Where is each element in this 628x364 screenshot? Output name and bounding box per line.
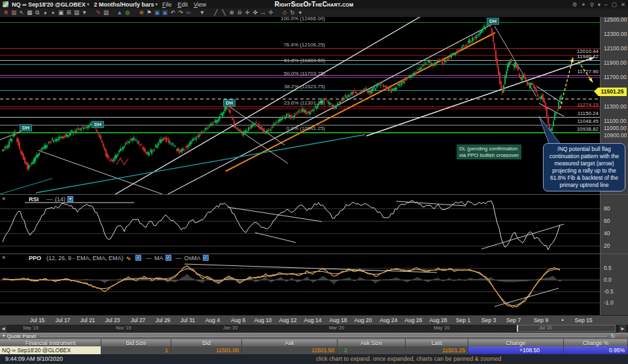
minimize-icon[interactable]: – [604, 1, 608, 8]
draw-pencil-icon[interactable]: ✎ [94, 8, 102, 17]
quote-cell-bid-size[interactable]: 1 [101, 346, 171, 354]
dh-tag[interactable]: DH [92, 121, 104, 128]
note-icon[interactable]: ▣ [153, 8, 161, 17]
quote-cell-ask-size[interactable]: 2 [338, 346, 406, 354]
measure-icon[interactable]: ✢ [267, 8, 275, 17]
panel-divider[interactable] [0, 194, 628, 195]
menubar: FileEditView [162, 1, 212, 8]
mountain-icon[interactable]: ▲ [116, 8, 124, 17]
shapes-icon[interactable]: ◇ [281, 8, 288, 17]
quote-cell-bid[interactable]: 11501.00 [171, 346, 242, 354]
dh-tag[interactable]: DH [223, 99, 236, 107]
fib-level-label: 61.8% (11883.50) [284, 58, 325, 63]
price-level-label: 11048.45 [577, 118, 599, 124]
globe-icon[interactable]: ◍ [124, 8, 131, 17]
date-label: Aug 6 [231, 317, 245, 323]
symbol-selector[interactable]: NQ ∞ Sep18'20 @GLOBEX [12, 1, 86, 8]
flag-tool-icon[interactable]: ⚑ [145, 8, 153, 17]
dl-note-line: DL (pending confirmation [459, 146, 519, 152]
timeframe-selector[interactable]: 2 Months/Hourly bars [94, 1, 154, 8]
crosshair2-icon[interactable]: ✜ [251, 8, 259, 17]
quote-cell-change-[interactable]: 0.95% [564, 346, 628, 354]
sphere-icon[interactable]: ● [49, 8, 57, 17]
restore-icon[interactable]: ▢ [612, 1, 617, 8]
scrollbar-thumb[interactable] [517, 325, 616, 332]
duplicate-icon[interactable]: ⧉ [33, 8, 41, 17]
redo-icon[interactable]: ↷ [177, 8, 184, 17]
bull-flag-callout[interactable]: /NQ potential bull flagcontinuation patt… [543, 143, 625, 191]
trendline-tool-icon[interactable]: ╱ [212, 8, 220, 17]
close-icon[interactable]: ✕ [621, 1, 625, 8]
rsi-params: (14) [55, 196, 65, 203]
quote-col-header[interactable]: Bid Size [101, 339, 171, 346]
grid-layout-icon[interactable]: ▦ [26, 8, 33, 17]
rsi-close-button[interactable]: × [2, 195, 5, 202]
price-level-label: 11727.90 [577, 69, 599, 74]
quote-cell-financial-instrument[interactable]: NQ ∞ Sep18'20 @GLOBEX [0, 346, 101, 354]
more-caret-icon[interactable]: ▾ [296, 8, 304, 17]
panels-icon[interactable]: ▤ [73, 8, 80, 17]
time-axis[interactable]: Jul 15Jul 17Jul 21Jul 23Jul 27Jul 29Jul … [0, 315, 628, 325]
volume-bars-icon[interactable]: ▥ [102, 8, 110, 17]
rsi-line-sample: — [46, 196, 52, 203]
quote-cell-ask[interactable]: 11501.50 [242, 346, 338, 354]
menu-view[interactable]: View [194, 1, 206, 8]
quote-col-header[interactable]: Change % [564, 339, 628, 346]
style-dropdown-icon[interactable]: ▼ [80, 8, 88, 17]
ppo-close-button[interactable]: × [2, 254, 5, 261]
pin-icon[interactable]: ⚲ [590, 1, 594, 8]
image-icon[interactable]: ▣ [57, 8, 65, 17]
quote-close-icon[interactable]: ✕ [620, 333, 625, 339]
quote-col-header[interactable]: Ask Size [338, 339, 406, 346]
dl-annotation[interactable]: DL (pending confirmationvia PPO bullish … [457, 144, 521, 159]
ppo-checkbox[interactable]: ✓ [135, 255, 141, 261]
back-icon[interactable]: ⇦ [184, 8, 192, 17]
crosshair-icon[interactable]: ✛ [243, 8, 251, 17]
dh-tag[interactable]: DH [487, 18, 499, 25]
clock-timestamp: 9:44:09 AM 9/10/2020 [5, 356, 63, 362]
link-icon[interactable]: ⚭ [581, 1, 585, 8]
dh-tag[interactable]: DH [20, 124, 32, 131]
date-label: Jul 31 [181, 317, 196, 323]
quote-col-header[interactable]: Ask [242, 339, 338, 346]
refresh-tool-icon[interactable]: ↻ [288, 8, 296, 17]
pin-caret-icon[interactable]: ▾ [598, 1, 601, 8]
quote-refresh-icon[interactable]: ↻ [611, 333, 616, 339]
clear-icon[interactable]: ✖ [2, 8, 10, 17]
timeframe-caret-icon[interactable]: ▾ [155, 2, 158, 7]
pan-icon[interactable]: ↔ [259, 8, 267, 17]
pie-icon[interactable]: ◕ [41, 8, 49, 17]
quote-cell-change[interactable]: +108.50 [468, 346, 564, 354]
quote-collapse-icon[interactable]: ▾ [3, 333, 5, 339]
scroll-right-button[interactable]: ▶ [619, 325, 627, 333]
osma-checkbox[interactable]: ✓ [203, 255, 209, 261]
chart-style-icon[interactable]: ▦ [10, 8, 18, 17]
quote-cell-last[interactable]: 11501.25 [406, 346, 468, 354]
zoom-out-icon[interactable]: ⊖ [236, 8, 243, 17]
target-icon[interactable]: ⊕ [137, 8, 145, 17]
chart-scrollbar[interactable]: ◀ Sep '19Nov '19Jan '20Mar '20May '20Jul… [0, 325, 628, 333]
rsi-settings-icon[interactable]: ▾ [67, 196, 73, 202]
note2-icon[interactable]: ▣ [161, 8, 169, 17]
quote-data-row[interactable]: NQ ∞ Sep18'20 @GLOBEX111501.0011501.5021… [0, 346, 628, 354]
menu-edit[interactable]: Edit [177, 1, 188, 8]
menu-file[interactable]: File [162, 1, 172, 8]
symbol-caret-icon[interactable]: ▾ [87, 2, 90, 7]
axis-tick-label: 60 [604, 218, 610, 224]
quote-col-header[interactable]: Last [406, 339, 468, 346]
tool-dropdown-icon[interactable]: ▼ [198, 8, 206, 17]
ma-checkbox[interactable]: ✓ [166, 255, 171, 261]
cursor-icon[interactable]: ↖ [18, 8, 26, 17]
undo-icon[interactable]: ↶ [169, 8, 177, 17]
ma-label: MA [154, 255, 164, 261]
frames-icon[interactable]: ⊞ [65, 8, 73, 17]
scroll-left-button[interactable]: ◀ [0, 325, 7, 333]
zoom-in-icon[interactable]: ⊕ [228, 8, 236, 17]
quote-col-header[interactable]: Financial Instrument [0, 339, 101, 346]
drawing-toolbar: ✖▦↖▦⧉◕●▣⊞▤▼✎▥▲◍⊕⚑▣▣↶↷⇦▼╱╲⊕⊖✛✜↔✢◇↻▾ [0, 8, 628, 17]
ray-tool-icon[interactable]: ╲ [220, 8, 228, 17]
quote-col-header[interactable]: Bid [171, 339, 242, 346]
settings-gear-icon[interactable]: ⚙ [572, 1, 578, 8]
ma-line-sample: — [146, 255, 152, 261]
quote-col-header[interactable]: Change [468, 339, 564, 346]
